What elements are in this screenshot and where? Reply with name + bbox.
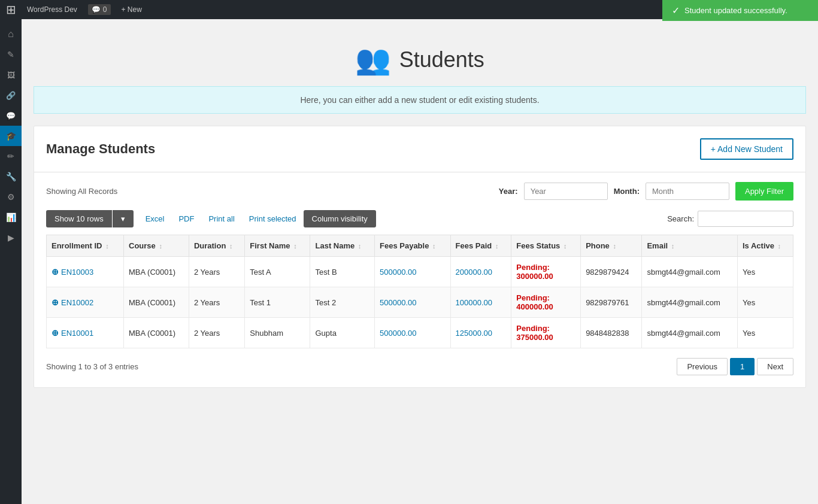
print-all-button[interactable]: Print all — [201, 210, 241, 227]
show-rows-button[interactable]: Show 10 rows — [46, 210, 112, 227]
cell-last-name: Test 2 — [310, 287, 375, 318]
pagination-info: Showing 1 to 3 of 3 entries — [46, 362, 138, 371]
sort-icon-duration[interactable]: ↕ — [229, 242, 233, 250]
cell-enrollment-id: ⊕ EN10003 — [47, 257, 124, 287]
students-page-icon: 👥 — [355, 43, 391, 77]
new-bar-item[interactable]: + New — [118, 5, 146, 14]
sort-icon-firstname[interactable]: ↕ — [293, 242, 297, 250]
month-label: Month: — [614, 187, 640, 196]
success-notice: ✓ Student updated successfully. — [662, 0, 818, 21]
sort-icon-fees-status[interactable]: ↕ — [563, 242, 567, 250]
site-name-link[interactable]: WordPress Dev — [23, 5, 81, 14]
cell-course: MBA (C0001) — [124, 287, 189, 318]
toolbar: Show 10 rows ▾ Excel PDF Print all Print… — [46, 210, 793, 227]
cell-fees-paid: 100000.00 — [450, 287, 511, 318]
card-title: Manage Students — [46, 141, 155, 157]
expand-icon[interactable]: ⊕ — [51, 328, 59, 338]
sort-icon-active[interactable]: ↕ — [778, 242, 781, 250]
table-row: ⊕ EN10002 MBA (C0001) 2 Years Test 1 Tes… — [47, 287, 793, 318]
col-is-active: Is Active ↕ — [738, 235, 793, 257]
sidebar-media-icon[interactable]: 🖼 — [0, 65, 22, 85]
cell-first-name: Shubham — [245, 318, 310, 348]
sidebar-posts-icon[interactable]: ✎ — [0, 44, 22, 65]
fees-payable-link[interactable]: 500000.00 — [380, 329, 416, 338]
sidebar-tools-icon[interactable]: 🔧 — [0, 166, 22, 187]
col-fees-payable: Fees Payable ↕ — [375, 235, 451, 257]
comment-bubble-icon: 💬 — [92, 5, 101, 14]
previous-button[interactable]: Previous — [677, 358, 728, 375]
col-phone: Phone ↕ — [581, 235, 642, 257]
enrollment-id-link[interactable]: EN10001 — [61, 329, 93, 338]
sidebar-chart-icon[interactable]: 📊 — [0, 207, 22, 227]
table-row: ⊕ EN10003 MBA (C0001) 2 Years Test A Tes… — [47, 257, 793, 287]
filter-row: Showing All Records Year: Month: Apply F… — [46, 182, 793, 201]
sort-icon-lastname[interactable]: ↕ — [358, 242, 362, 250]
year-input[interactable] — [524, 183, 608, 200]
cell-fees-payable: 500000.00 — [375, 257, 451, 287]
cell-first-name: Test 1 — [245, 287, 310, 318]
apply-filter-button[interactable]: Apply Filter — [735, 182, 793, 201]
sort-icon-fees-paid[interactable]: ↕ — [495, 242, 499, 250]
cell-enrollment-id: ⊕ EN10001 — [47, 318, 124, 348]
fees-payable-link[interactable]: 500000.00 — [380, 268, 416, 277]
expand-icon[interactable]: ⊕ — [51, 267, 59, 277]
pdf-button[interactable]: PDF — [171, 210, 201, 227]
sidebar: ⌂ ✎ 🖼 🔗 💬 🎓 ✏ 🔧 ⚙ 📊 ▶ — [0, 19, 22, 504]
month-input[interactable] — [646, 183, 729, 200]
cell-phone: 9829879761 — [581, 287, 642, 318]
page-1-button[interactable]: 1 — [730, 358, 755, 375]
show-rows-dropdown[interactable]: ▾ — [113, 210, 134, 227]
sort-icon-enrollment[interactable]: ↕ — [105, 242, 109, 250]
fees-payable-link[interactable]: 500000.00 — [380, 298, 416, 307]
enrollment-id-link[interactable]: EN10003 — [61, 268, 93, 277]
add-student-button[interactable]: + Add New Student — [700, 138, 793, 160]
sidebar-settings-icon[interactable]: ⚙ — [0, 187, 22, 207]
cell-last-name: Gupta — [310, 318, 375, 348]
sidebar-appearance-icon[interactable]: ✏ — [0, 146, 22, 166]
cell-fees-status: Pending:375000.00 — [511, 318, 581, 348]
cell-course: MBA (C0001) — [124, 318, 189, 348]
sort-icon-course[interactable]: ↕ — [159, 242, 162, 250]
cell-fees-status: Pending:400000.00 — [511, 287, 581, 318]
students-table: Enrollment ID ↕ Course ↕ Duration ↕ Firs… — [46, 235, 793, 348]
cell-duration: 2 Years — [189, 257, 244, 287]
sidebar-comments-icon[interactable]: 💬 — [0, 105, 22, 126]
print-selected-button[interactable]: Print selected — [242, 210, 304, 227]
sort-icon-email[interactable]: ↕ — [671, 242, 675, 250]
cell-phone: 9829879424 — [581, 257, 642, 287]
cell-fees-paid: 125000.00 — [450, 318, 511, 348]
fees-paid-link[interactable]: 200000.00 — [456, 268, 492, 277]
sort-icon-phone[interactable]: ↕ — [613, 242, 616, 250]
toolbar-left: Show 10 rows ▾ Excel PDF Print all Print… — [46, 210, 376, 227]
year-label: Year: — [499, 187, 518, 196]
cell-duration: 2 Years — [189, 287, 244, 318]
cell-fees-status: Pending:300000.00 — [511, 257, 581, 287]
sidebar-home-icon[interactable]: ⌂ — [0, 24, 22, 44]
next-button[interactable]: Next — [757, 358, 793, 375]
sidebar-play-icon[interactable]: ▶ — [0, 227, 22, 248]
table-row: ⊕ EN10001 MBA (C0001) 2 Years Shubham Gu… — [47, 318, 793, 348]
main-content: 👥 Students Here, you can either add a ne… — [22, 19, 818, 504]
cell-is-active: Yes — [738, 257, 793, 287]
fees-paid-link[interactable]: 125000.00 — [456, 329, 492, 338]
comments-bar-item[interactable]: 💬 0 — [88, 4, 111, 15]
table-header-row: Enrollment ID ↕ Course ↕ Duration ↕ Firs… — [47, 235, 793, 257]
sort-icon-fees-payable[interactable]: ↕ — [432, 242, 436, 250]
col-email: Email ↕ — [642, 235, 738, 257]
fees-paid-link[interactable]: 100000.00 — [456, 298, 492, 307]
excel-button[interactable]: Excel — [138, 210, 172, 227]
sidebar-links-icon[interactable]: 🔗 — [0, 85, 22, 105]
search-input[interactable] — [698, 211, 793, 227]
column-visibility-button[interactable]: Column visibility — [304, 210, 376, 227]
cell-email: sbmgt44@gmail.com — [642, 257, 738, 287]
cell-first-name: Test A — [245, 257, 310, 287]
showing-label: Showing All Records — [46, 187, 493, 196]
sidebar-students-icon[interactable]: 🎓 — [0, 126, 22, 146]
expand-icon[interactable]: ⊕ — [51, 297, 59, 307]
col-last-name: Last Name ↕ — [310, 235, 375, 257]
info-banner-text: Here, you can either add a new student o… — [300, 95, 539, 105]
cell-email: sbmgt44@gmail.com — [642, 318, 738, 348]
page-title: Students — [399, 47, 484, 72]
enrollment-id-link[interactable]: EN10002 — [61, 298, 93, 307]
pagination-controls: Previous 1 Next — [677, 358, 793, 375]
